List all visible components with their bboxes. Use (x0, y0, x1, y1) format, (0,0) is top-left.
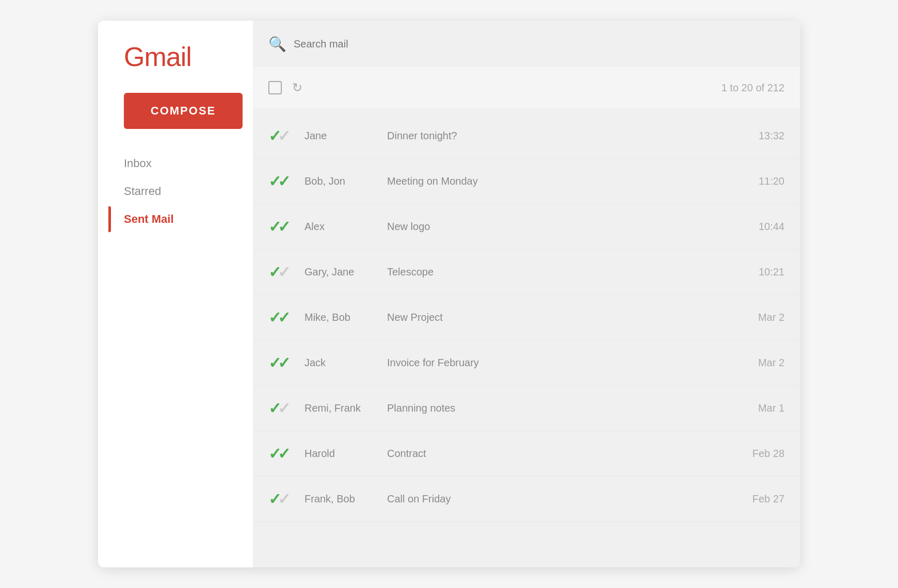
email-sender: Mike, Bob (304, 312, 387, 323)
email-time: Mar 2 (723, 357, 784, 369)
email-toolbar: ↻ 1 to 20 of 212 (253, 67, 800, 108)
email-subject: New Project (387, 312, 723, 323)
compose-button[interactable]: COMPOSE (124, 93, 243, 129)
active-bar (108, 206, 111, 232)
email-row[interactable]: ✓✓Gary, JaneTelescope10:21 (253, 250, 800, 295)
check-cell: ✓✓ (268, 127, 304, 145)
search-input[interactable] (294, 38, 784, 50)
app-logo: Gmail (124, 41, 237, 72)
app-container: Gmail COMPOSE InboxStarredSent Mail 🔍 ↻ … (98, 21, 800, 567)
email-time: Feb 28 (723, 448, 784, 460)
email-subject: New logo (387, 221, 723, 233)
email-sender: Jane (304, 130, 387, 142)
email-subject: Call on Friday (387, 493, 723, 505)
email-time: Mar 2 (723, 312, 784, 323)
email-subject: Meeting on Monday (387, 175, 723, 187)
check-icon: ✓✓ (268, 218, 294, 236)
check-cell: ✓✓ (268, 445, 304, 463)
email-time: 10:21 (723, 266, 784, 278)
email-row[interactable]: ✓✓HaroldContractFeb 28 (253, 431, 800, 477)
check-icon: ✓✓ (268, 354, 294, 372)
check-icon: ✓✓ (268, 308, 294, 327)
email-row[interactable]: ✓✓Remi, FrankPlanning notesMar 1 (253, 386, 800, 431)
email-row[interactable]: ✓✓Frank, BobCall on FridayFeb 27 (253, 477, 800, 522)
email-subject: Contract (387, 448, 723, 460)
email-sender: Frank, Bob (304, 493, 387, 505)
check-icon: ✓✓ (268, 399, 294, 418)
email-row[interactable]: ✓✓JaneDinner tonight?13:32 (253, 113, 800, 159)
check-cell: ✓✓ (268, 218, 304, 236)
email-sender: Gary, Jane (304, 266, 387, 278)
email-subject: Telescope (387, 266, 723, 278)
email-subject: Invoice for February (387, 357, 723, 369)
check-cell: ✓✓ (268, 308, 304, 327)
email-time: 13:32 (723, 130, 784, 142)
email-sender: Jack (304, 357, 387, 369)
email-row[interactable]: ✓✓Mike, BobNew ProjectMar 2 (253, 295, 800, 340)
email-time: Mar 1 (723, 402, 784, 414)
search-bar: 🔍 (253, 21, 800, 67)
check-cell: ✓✓ (268, 263, 304, 282)
check-icon: ✓✓ (268, 490, 294, 509)
email-row[interactable]: ✓✓Bob, JonMeeting on Monday11:20 (253, 159, 800, 204)
email-sender: Bob, Jon (304, 175, 387, 187)
email-row[interactable]: ✓✓JackInvoice for FebruaryMar 2 (253, 340, 800, 386)
main-content: 🔍 ↻ 1 to 20 of 212 ✓✓JaneDinner tonight?… (253, 21, 800, 567)
email-row[interactable]: ✓✓AlexNew logo10:44 (253, 204, 800, 250)
sidebar-item-inbox[interactable]: Inbox (124, 150, 237, 177)
sidebar-nav: InboxStarredSent Mail (124, 150, 237, 233)
email-sender: Harold (304, 448, 387, 460)
email-time: 10:44 (723, 221, 784, 233)
email-sender: Alex (304, 221, 387, 233)
check-icon: ✓✓ (268, 172, 294, 191)
refresh-icon[interactable]: ↻ (292, 80, 302, 95)
email-list: ✓✓JaneDinner tonight?13:32✓✓Bob, JonMeet… (253, 108, 800, 567)
check-cell: ✓✓ (268, 172, 304, 191)
email-subject: Planning notes (387, 402, 723, 414)
check-icon: ✓✓ (268, 263, 294, 282)
check-icon: ✓✓ (268, 445, 294, 463)
email-time: 11:20 (723, 175, 784, 187)
search-icon: 🔍 (268, 36, 286, 53)
check-icon: ✓✓ (268, 127, 294, 145)
select-all-checkbox[interactable] (268, 81, 282, 94)
email-time: Feb 27 (723, 493, 784, 505)
email-sender: Remi, Frank (304, 402, 387, 414)
toolbar-left: ↻ (268, 80, 302, 95)
sidebar: Gmail COMPOSE InboxStarredSent Mail (98, 21, 253, 567)
check-cell: ✓✓ (268, 354, 304, 372)
check-cell: ✓✓ (268, 490, 304, 509)
sidebar-item-sent[interactable]: Sent Mail (124, 205, 237, 233)
sidebar-item-starred[interactable]: Starred (124, 177, 237, 205)
pagination: 1 to 20 of 212 (721, 82, 784, 94)
email-subject: Dinner tonight? (387, 130, 723, 142)
check-cell: ✓✓ (268, 399, 304, 418)
